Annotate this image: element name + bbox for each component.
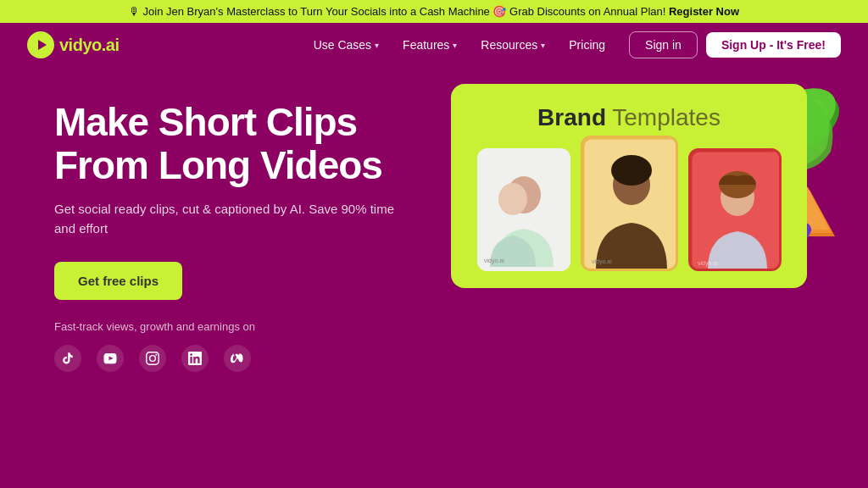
svg-text:vidyo.ai: vidyo.ai	[698, 260, 718, 267]
banner-cta[interactable]: Register Now	[669, 5, 739, 18]
signin-button[interactable]: Sign in	[629, 31, 698, 58]
hero-left: Make Short Clips From Long Videos Get so…	[54, 84, 444, 372]
banner-text: 🎙 Join Jen Bryan's Masterclass to Turn Y…	[129, 5, 669, 18]
nav-links: Use Cases ▾ Features ▾ Resources ▾ Prici…	[303, 33, 615, 57]
youtube-icon[interactable]	[97, 345, 124, 372]
phone-preview-2: vidyo.ai	[581, 136, 678, 271]
svg-text:vidyo.ai: vidyo.ai	[592, 258, 612, 265]
chevron-down-icon: ▾	[375, 41, 379, 50]
get-free-clips-button[interactable]: Get free clips	[54, 262, 182, 300]
brand-card-title: Brand Templates	[475, 104, 783, 131]
logo-icon	[27, 31, 54, 58]
hero-right: Brand Templates vidyo.ai	[444, 84, 814, 288]
nav-resources[interactable]: Resources ▾	[470, 33, 555, 57]
promo-banner: 🎙 Join Jen Bryan's Masterclass to Turn Y…	[0, 0, 868, 23]
signup-button[interactable]: Sign Up - It's Free!	[706, 32, 841, 58]
svg-point-12	[498, 183, 527, 215]
nav-use-cases[interactable]: Use Cases ▾	[303, 33, 389, 57]
meta-icon[interactable]	[224, 345, 251, 372]
logo-text: vidyo.ai	[59, 36, 120, 55]
tiktok-icon[interactable]	[54, 345, 81, 372]
svg-text:vidyo.ai: vidyo.ai	[484, 258, 504, 264]
hero-section: Make Short Clips From Long Videos Get so…	[0, 67, 868, 479]
nav-features[interactable]: Features ▾	[392, 33, 467, 57]
chevron-down-icon: ▾	[541, 41, 545, 50]
social-icons-row	[54, 345, 444, 372]
phone-preview-1: vidyo.ai	[477, 148, 570, 271]
instagram-icon[interactable]	[139, 345, 166, 372]
chevron-down-icon: ▾	[453, 41, 457, 50]
nav-pricing[interactable]: Pricing	[559, 33, 615, 57]
svg-point-16	[611, 155, 652, 186]
logo[interactable]: vidyo.ai	[27, 31, 120, 58]
social-label: Fast-track views, growth and earnings on	[54, 320, 444, 333]
hero-title: Make Short Clips From Long Videos	[54, 101, 444, 186]
phone-preview-3: vidyo.ai	[688, 148, 782, 271]
navbar: vidyo.ai Use Cases ▾ Features ▾ Resource…	[0, 23, 868, 67]
hero-subtitle: Get social ready clips, cut & captioned …	[54, 200, 410, 238]
brand-templates-card: Brand Templates vidyo.ai	[451, 84, 807, 288]
phone-previews: vidyo.ai vidyo.ai	[475, 148, 783, 271]
linkedin-icon[interactable]	[181, 345, 209, 372]
